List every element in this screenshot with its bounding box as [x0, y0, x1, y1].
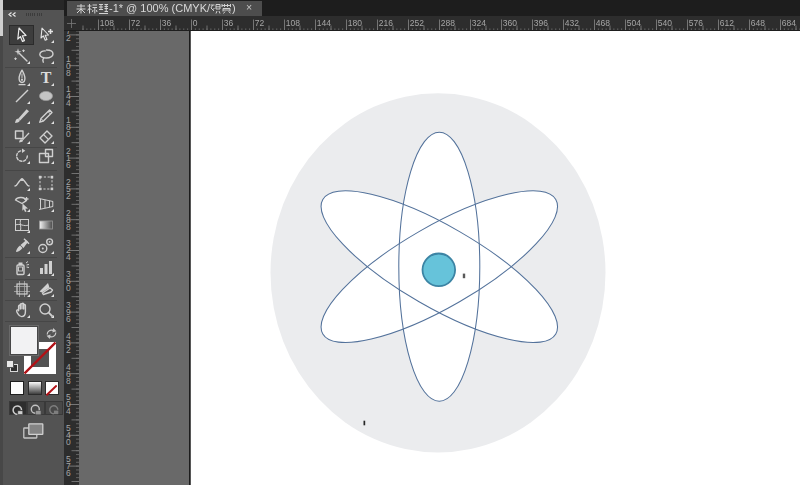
svg-text:6: 6 — [66, 159, 71, 169]
svg-text:T: T — [40, 69, 51, 86]
svg-text:8: 8 — [66, 221, 71, 231]
svg-text:36: 36 — [162, 18, 172, 28]
svg-text:0: 0 — [66, 129, 71, 139]
svg-text:0: 0 — [193, 18, 198, 28]
svg-text:4: 4 — [66, 98, 71, 108]
svg-text:324: 324 — [472, 18, 486, 28]
svg-text:432: 432 — [565, 18, 579, 28]
svg-text:540: 540 — [658, 18, 672, 28]
svg-text:108: 108 — [100, 18, 114, 28]
svg-text:4: 4 — [66, 406, 71, 416]
svg-text:0: 0 — [66, 437, 71, 447]
svg-text:8: 8 — [66, 67, 71, 77]
svg-text:6: 6 — [66, 467, 71, 477]
svg-text:360: 360 — [503, 18, 517, 28]
svg-text:144: 144 — [317, 18, 331, 28]
svg-text:216: 216 — [379, 18, 393, 28]
svg-text:468: 468 — [596, 18, 610, 28]
svg-text:72: 72 — [255, 18, 265, 28]
svg-text:8: 8 — [66, 375, 71, 385]
svg-text:2: 2 — [66, 33, 71, 43]
svg-text:108: 108 — [286, 18, 300, 28]
svg-text:2: 2 — [66, 190, 71, 200]
svg-text:72: 72 — [131, 18, 141, 28]
svg-text:6: 6 — [66, 313, 71, 323]
svg-text:576: 576 — [689, 18, 703, 28]
svg-text:2: 2 — [66, 344, 71, 354]
svg-text:612: 612 — [720, 18, 734, 28]
svg-text:252: 252 — [410, 18, 424, 28]
svg-text:504: 504 — [627, 18, 641, 28]
svg-text:648: 648 — [751, 18, 765, 28]
svg-text:4: 4 — [66, 252, 71, 262]
svg-text:0: 0 — [66, 283, 71, 293]
svg-text:36: 36 — [224, 18, 234, 28]
svg-text:396: 396 — [534, 18, 548, 28]
svg-text:684: 684 — [782, 18, 796, 28]
svg-text:288: 288 — [441, 18, 455, 28]
svg-text:180: 180 — [348, 18, 362, 28]
